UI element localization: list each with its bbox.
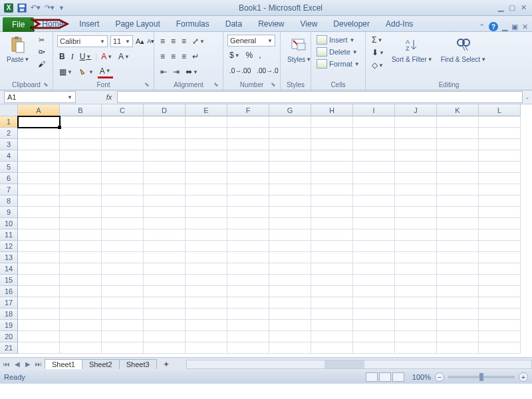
cell[interactable] (144, 229, 186, 241)
cell[interactable] (479, 241, 521, 252)
cell[interactable] (353, 218, 395, 229)
cell[interactable] (353, 207, 395, 218)
cell[interactable] (353, 116, 395, 128)
row-header[interactable]: 19 (0, 320, 18, 331)
cell[interactable] (395, 309, 437, 320)
cell[interactable] (311, 116, 353, 128)
cell[interactable] (437, 229, 479, 241)
cell[interactable] (479, 139, 521, 150)
cell[interactable] (479, 297, 521, 309)
horizontal-scrollbar[interactable] (186, 360, 532, 369)
cell[interactable] (144, 184, 186, 196)
cell[interactable] (102, 252, 144, 263)
normal-view-icon[interactable] (366, 372, 378, 382)
decrease-indent-icon[interactable]: ⇤ (158, 66, 169, 77)
zoom-slider[interactable] (448, 376, 515, 378)
cell[interactable] (144, 116, 186, 128)
cell[interactable] (102, 162, 144, 173)
column-header[interactable]: H (311, 104, 353, 116)
page-layout-view-icon[interactable] (379, 372, 391, 382)
cell[interactable] (227, 139, 269, 150)
cell[interactable] (353, 241, 395, 252)
cell[interactable] (60, 241, 102, 252)
row-header[interactable]: 15 (0, 275, 18, 286)
cell[interactable] (102, 320, 144, 331)
cell[interactable] (269, 297, 311, 309)
cell[interactable] (18, 286, 60, 297)
cell[interactable] (395, 128, 437, 139)
cell[interactable] (18, 275, 60, 286)
row-header[interactable]: 16 (0, 286, 18, 297)
doc-minimize-icon[interactable]: ▁ (502, 23, 507, 31)
cell[interactable] (353, 128, 395, 139)
expand-formula-bar-icon[interactable]: ⌄ (523, 94, 532, 100)
underline-button[interactable]: U▼ (78, 51, 94, 62)
minimize-icon[interactable]: ▁ (498, 3, 503, 12)
cell[interactable] (311, 184, 353, 196)
cell[interactable] (437, 320, 479, 331)
save-icon[interactable] (17, 3, 27, 13)
cell[interactable] (144, 207, 186, 218)
maximize-icon[interactable]: ▢ (509, 3, 515, 12)
cell[interactable] (269, 196, 311, 207)
cell[interactable] (60, 207, 102, 218)
align-left-icon[interactable]: ≡ (158, 51, 167, 62)
cell[interactable] (395, 162, 437, 173)
cell[interactable] (479, 184, 521, 196)
cell[interactable] (353, 196, 395, 207)
cell[interactable] (186, 207, 227, 218)
cell[interactable] (227, 150, 269, 162)
row-header[interactable]: 2 (0, 128, 18, 139)
file-tab[interactable]: File ↖ (3, 17, 34, 32)
column-header[interactable]: D (144, 104, 186, 116)
column-header[interactable]: G (269, 104, 311, 116)
cell[interactable] (479, 218, 521, 229)
cell[interactable] (60, 229, 102, 241)
dialog-launcher-icon[interactable]: ⬊ (271, 81, 276, 88)
fill-button[interactable]: ⬇▼ (370, 47, 386, 58)
cell[interactable] (311, 139, 353, 150)
cell[interactable] (18, 218, 60, 229)
zoom-level[interactable]: 100% (412, 373, 431, 381)
row-header[interactable]: 5 (0, 162, 18, 173)
redo-icon[interactable]: ↷▾ (45, 3, 55, 12)
cell[interactable] (437, 173, 479, 184)
cell[interactable] (269, 116, 311, 128)
column-header[interactable]: I (353, 104, 395, 116)
delete-cells-button[interactable]: Delete▼ (315, 47, 359, 57)
cell[interactable] (102, 128, 144, 139)
cell[interactable] (102, 218, 144, 229)
cell[interactable] (60, 286, 102, 297)
cell[interactable] (18, 184, 60, 196)
cell[interactable] (437, 309, 479, 320)
cell[interactable] (479, 150, 521, 162)
cell[interactable] (437, 116, 479, 128)
cell[interactable] (60, 184, 102, 196)
cell[interactable] (18, 196, 60, 207)
cell[interactable] (395, 229, 437, 241)
cell[interactable] (186, 309, 227, 320)
cell[interactable] (353, 162, 395, 173)
styles-button[interactable]: Styles▼ (285, 35, 314, 65)
cell[interactable] (311, 297, 353, 309)
cell[interactable] (311, 275, 353, 286)
align-center-icon[interactable]: ≡ (169, 51, 178, 62)
cell[interactable] (18, 309, 60, 320)
cell[interactable] (437, 218, 479, 229)
cell[interactable] (102, 139, 144, 150)
cell[interactable] (18, 207, 60, 218)
cell[interactable] (269, 173, 311, 184)
row-header[interactable]: 4 (0, 150, 18, 162)
cell[interactable] (227, 229, 269, 241)
minimize-ribbon-icon[interactable]: ⌃ (479, 23, 485, 31)
font-name-combo[interactable]: Calibri▼ (57, 35, 108, 47)
cell[interactable] (395, 218, 437, 229)
tab-home[interactable]: Home (34, 17, 71, 31)
cell[interactable] (18, 229, 60, 241)
cell[interactable] (60, 297, 102, 309)
cell[interactable] (269, 207, 311, 218)
doc-close-icon[interactable]: ✕ (522, 23, 528, 31)
cell[interactable] (311, 128, 353, 139)
cell[interactable] (186, 218, 227, 229)
cell[interactable] (395, 263, 437, 275)
